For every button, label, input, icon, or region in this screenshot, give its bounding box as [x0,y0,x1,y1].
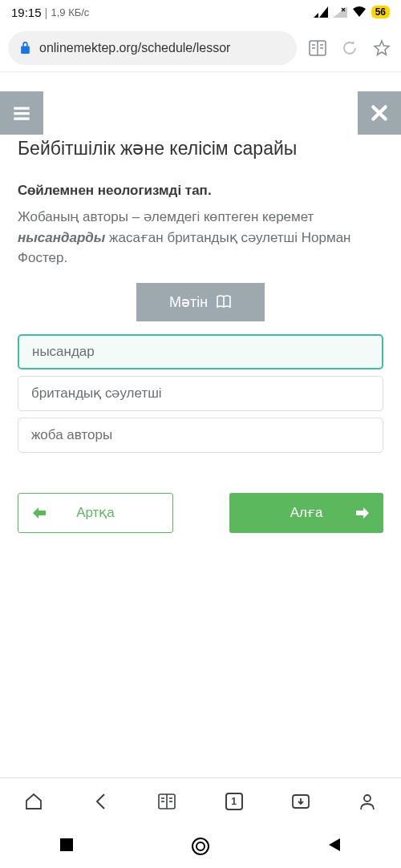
nav-back-icon[interactable] [84,785,116,818]
recent-apps-button[interactable] [58,836,75,857]
task-title: Сөйлемнен неологизмді тап. [18,182,383,199]
status-time: 19:15 [11,6,42,19]
system-back-button[interactable] [326,836,343,857]
option-2[interactable]: британдық сәулетші [18,376,383,411]
svg-rect-15 [60,838,73,851]
forward-label: Алға [290,504,323,521]
hamburger-icon [11,103,32,123]
browser-bottom-bar: 1 [0,777,401,824]
option-label: жоба авторы [31,427,112,443]
profile-icon[interactable] [351,785,383,818]
reload-icon[interactable] [338,37,361,59]
lock-icon [19,41,31,55]
option-label: нысандар [32,344,95,360]
option-label: британдық сәулетші [31,385,162,402]
close-icon [369,103,390,123]
reader-icon[interactable] [151,785,183,818]
tab-count: 1 [225,793,243,810]
home-icon[interactable] [18,785,50,818]
task-text-pre: Жобаның авторы – әлемдегі көптеген керем… [18,209,314,224]
task-text: Жобаның авторы – әлемдегі көптеген керем… [18,207,383,268]
book-icon [216,295,232,309]
tabs-icon[interactable]: 1 [218,785,250,818]
status-bar: 19:15 | 1,9 КБ/с 56 [0,0,401,24]
text-button-label: Мәтін [169,293,208,311]
system-nav-bar [0,824,401,868]
url-text: onlinemektep.org/schedule/lessor [39,41,230,55]
browser-address-bar: onlinemektep.org/schedule/lessor [0,24,401,72]
status-sep: | [45,6,48,19]
close-button[interactable] [358,91,401,135]
option-3[interactable]: жоба авторы [18,418,383,453]
lesson-content: Бейбітшілік және келісім сарайы Сөйлемне… [0,138,401,453]
svg-point-14 [364,795,371,801]
arrow-right-icon [356,507,369,519]
option-1[interactable]: нысандар [18,334,383,369]
topic-title: Бейбітшілік және келісім сарайы [18,138,383,159]
download-icon[interactable] [285,785,317,818]
url-bar[interactable]: onlinemektep.org/schedule/lessor [8,31,297,65]
app-toolbar [0,91,401,135]
back-label: Артқа [76,504,115,521]
back-button[interactable]: Артқа [18,493,173,533]
text-button[interactable]: Мәтін [136,283,265,321]
nav-row: Артқа Алға [18,493,383,533]
reader-mode-icon[interactable] [306,37,329,59]
arrow-left-icon [33,507,46,519]
bookmark-star-icon[interactable] [371,37,393,59]
wifi-icon [352,6,367,18]
task-text-bold: нысандарды [18,230,105,245]
home-button[interactable] [192,838,209,855]
battery-badge: 56 [371,6,390,18]
signal-icon [314,6,328,18]
signal-x-icon [333,6,347,18]
status-netspeed: 1,9 КБ/с [51,6,89,18]
menu-button[interactable] [0,91,43,135]
forward-button[interactable]: Алға [229,493,383,533]
answer-options: нысандар британдық сәулетші жоба авторы [18,334,383,453]
